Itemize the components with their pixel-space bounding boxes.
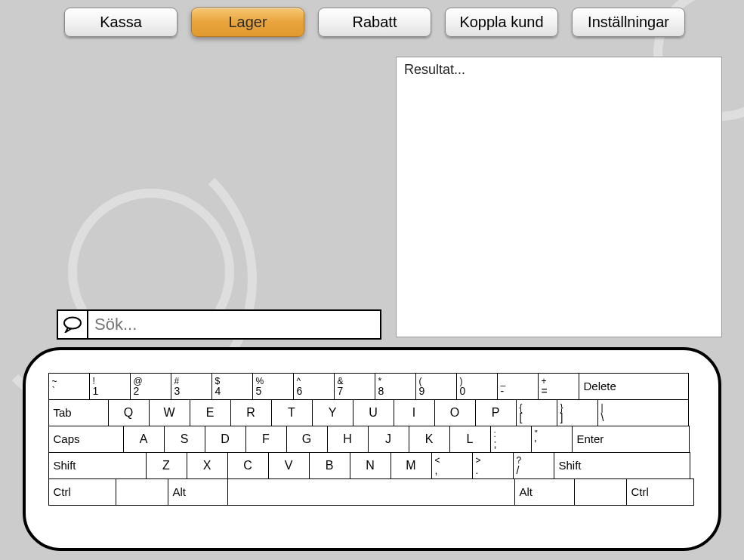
key-y[interactable]: Y bbox=[312, 399, 353, 426]
key-0[interactable]: )0 bbox=[456, 373, 498, 400]
key-w[interactable]: W bbox=[149, 399, 190, 426]
results-panel: Resultat... bbox=[396, 57, 722, 337]
key-][interactable]: }] bbox=[557, 399, 598, 426]
key-caps[interactable]: Caps bbox=[48, 426, 124, 453]
key-/[interactable]: ?/ bbox=[513, 452, 554, 479]
key-k[interactable]: K bbox=[409, 426, 450, 453]
search-box bbox=[57, 309, 381, 340]
key-=[interactable]: += bbox=[538, 373, 579, 400]
key-6[interactable]: ^6 bbox=[293, 373, 335, 400]
key-shift-right[interactable]: Shift bbox=[554, 452, 690, 479]
key-c[interactable]: C bbox=[227, 452, 269, 479]
key-ctrl-left[interactable]: Ctrl bbox=[48, 478, 116, 506]
key-2[interactable]: @2 bbox=[130, 373, 171, 400]
key-blank[interactable] bbox=[574, 478, 627, 506]
nav-lager-button[interactable]: Lager bbox=[191, 8, 304, 37]
search-input[interactable] bbox=[88, 311, 380, 338]
key-l[interactable]: L bbox=[449, 426, 491, 453]
top-nav: Kassa Lager Rabatt Koppla kund Inställni… bbox=[64, 8, 685, 37]
key-3[interactable]: #3 bbox=[171, 373, 212, 400]
speech-bubble-icon bbox=[58, 311, 88, 338]
key-f[interactable]: F bbox=[245, 426, 287, 453]
key-m[interactable]: M bbox=[391, 452, 432, 479]
key-j[interactable]: J bbox=[368, 426, 409, 453]
key-space[interactable] bbox=[227, 478, 515, 506]
key-delete[interactable]: Delete bbox=[579, 373, 689, 400]
key-ctrl-right[interactable]: Ctrl bbox=[626, 478, 694, 506]
key-v[interactable]: V bbox=[268, 452, 310, 479]
key-alt-right[interactable]: Alt bbox=[514, 478, 575, 506]
key-q[interactable]: Q bbox=[108, 399, 150, 426]
key-\[interactable]: |\ bbox=[597, 399, 689, 426]
key-;[interactable]: :; bbox=[490, 426, 532, 453]
on-screen-keyboard: ~`!1@2#3$4%5^6&7*8(9)0_-+=DeleteTabQWERT… bbox=[23, 347, 721, 551]
key-9[interactable]: (9 bbox=[415, 373, 457, 400]
key-z[interactable]: Z bbox=[146, 452, 187, 479]
key-g[interactable]: G bbox=[286, 426, 328, 453]
key-,[interactable]: <, bbox=[431, 452, 473, 479]
key-a[interactable]: A bbox=[123, 426, 165, 453]
key-[[interactable]: {[ bbox=[516, 399, 557, 426]
key-.[interactable]: >. bbox=[472, 452, 514, 479]
key-h[interactable]: H bbox=[327, 426, 369, 453]
nav-installningar-button[interactable]: Inställningar bbox=[572, 8, 685, 37]
key-4[interactable]: $4 bbox=[211, 373, 253, 400]
svg-point-0 bbox=[64, 318, 81, 329]
key-n[interactable]: N bbox=[350, 452, 391, 479]
key-shift-left[interactable]: Shift bbox=[48, 452, 147, 479]
key-x[interactable]: X bbox=[187, 452, 228, 479]
key--[interactable]: _- bbox=[497, 373, 539, 400]
key-d[interactable]: D bbox=[205, 426, 246, 453]
key-1[interactable]: !1 bbox=[89, 373, 131, 400]
results-placeholder: Resultat... bbox=[404, 62, 465, 77]
nav-kassa-button[interactable]: Kassa bbox=[64, 8, 178, 37]
key-blank[interactable] bbox=[116, 478, 168, 506]
key-u[interactable]: U bbox=[353, 399, 394, 426]
key-b[interactable]: B bbox=[309, 452, 350, 479]
key-5[interactable]: %5 bbox=[252, 373, 294, 400]
key-tab[interactable]: Tab bbox=[48, 399, 109, 426]
key-`[interactable]: ~` bbox=[48, 373, 90, 400]
key-alt-left[interactable]: Alt bbox=[168, 478, 228, 506]
nav-koppla-kund-button[interactable]: Koppla kund bbox=[445, 8, 558, 37]
key-o[interactable]: O bbox=[434, 399, 476, 426]
nav-rabatt-button[interactable]: Rabatt bbox=[318, 8, 431, 37]
key-7[interactable]: &7 bbox=[334, 373, 375, 400]
key-s[interactable]: S bbox=[164, 426, 205, 453]
key-p[interactable]: P bbox=[475, 399, 517, 426]
key-'[interactable]: "' bbox=[531, 426, 573, 453]
key-t[interactable]: T bbox=[271, 399, 313, 426]
key-8[interactable]: *8 bbox=[375, 373, 416, 400]
key-i[interactable]: I bbox=[394, 399, 435, 426]
key-e[interactable]: E bbox=[190, 399, 231, 426]
key-enter[interactable]: Enter bbox=[572, 426, 690, 453]
key-r[interactable]: R bbox=[230, 399, 272, 426]
